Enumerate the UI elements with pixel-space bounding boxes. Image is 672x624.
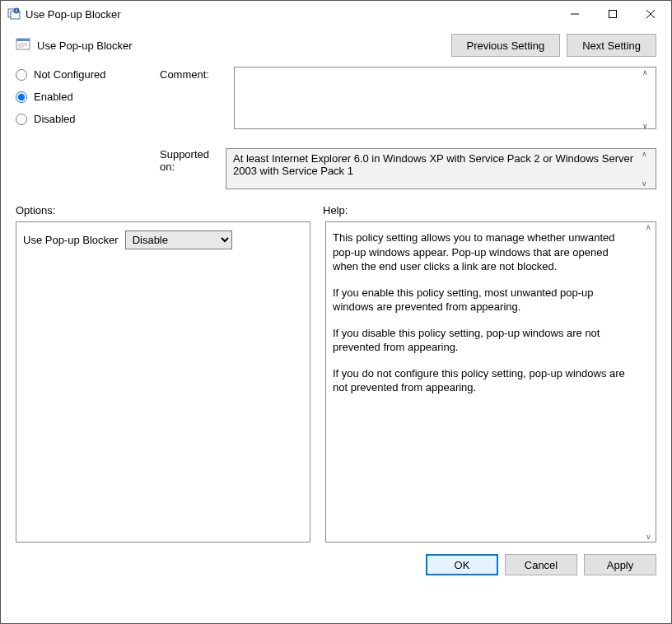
previous-setting-button[interactable]: Previous Setting (451, 34, 561, 57)
window-title: Use Pop-up Blocker (26, 8, 556, 21)
comment-textarea[interactable] (234, 67, 656, 129)
policy-icon (16, 38, 32, 53)
svg-rect-6 (609, 11, 617, 18)
apply-button[interactable]: Apply (584, 554, 656, 575)
policy-header: Use Pop-up Blocker Previous Setting Next… (16, 34, 656, 57)
supported-label: Supported on: (16, 148, 217, 189)
help-paragraph: This policy setting allows you to manage… (333, 231, 634, 274)
dialog-body: Use Pop-up Blocker Previous Setting Next… (1, 27, 671, 623)
ok-button[interactable]: OK (426, 554, 498, 575)
supported-on-text: At least Internet Explorer 6.0 in Window… (226, 148, 656, 189)
maximize-button[interactable] (594, 2, 632, 26)
pane-labels: Options: Help: (16, 204, 656, 217)
window-controls (556, 2, 670, 26)
radio-enabled[interactable]: Enabled (16, 91, 152, 103)
help-label: Help: (323, 204, 348, 217)
policy-title: Use Pop-up Blocker (37, 40, 445, 52)
radio-not-configured[interactable]: Not Configured (16, 68, 152, 81)
cancel-button[interactable]: Cancel (505, 554, 577, 575)
close-button[interactable] (632, 2, 670, 26)
radio-enabled-label: Enabled (34, 91, 73, 103)
option-label: Use Pop-up Blocker (23, 234, 119, 246)
scroll-down-icon: ∨ (646, 533, 651, 541)
comment-label: Comment: (160, 67, 226, 135)
radio-disabled-label: Disabled (34, 113, 76, 125)
svg-rect-3 (16, 9, 16, 10)
scroll-up-icon: ∧ (642, 150, 655, 158)
radio-disabled[interactable]: Disabled (16, 113, 152, 125)
radio-not-configured-label: Not Configured (34, 68, 105, 81)
svg-point-2 (14, 8, 20, 14)
option-popup-blocker: Use Pop-up Blocker Disable (23, 231, 303, 249)
next-setting-button[interactable]: Next Setting (567, 34, 656, 57)
radio-not-configured-input[interactable] (16, 69, 27, 81)
panes: Use Pop-up Blocker Disable This policy s… (16, 221, 656, 543)
minimize-button[interactable] (556, 2, 594, 26)
supported-row: Supported on: At least Internet Explorer… (16, 148, 656, 189)
config-row: Not Configured Enabled Disabled Comment:… (16, 67, 656, 135)
supported-on-value: At least Internet Explorer 6.0 in Window… (233, 152, 633, 177)
dialog-footer: OK Cancel Apply (16, 554, 656, 575)
help-paragraph: If you disable this policy setting, pop-… (333, 326, 634, 355)
help-paragraph: If you do not configure this policy sett… (333, 366, 634, 395)
popup-blocker-select[interactable]: Disable (125, 231, 232, 249)
options-label: Options: (16, 204, 323, 217)
help-pane: This policy setting allows you to manage… (325, 221, 656, 543)
options-pane: Use Pop-up Blocker Disable (16, 221, 310, 543)
policy-titlebar-icon (7, 7, 21, 21)
scroll-up-icon: ∧ (646, 223, 651, 231)
help-scrollbar[interactable]: ∧ ∨ (642, 223, 655, 541)
titlebar: Use Pop-up Blocker (1, 1, 671, 27)
svg-rect-4 (16, 11, 16, 12)
policy-dialog: Use Pop-up Blocker (0, 0, 672, 624)
scroll-down-icon: ∨ (642, 179, 655, 188)
help-text: This policy setting allows you to manage… (333, 231, 634, 395)
radio-disabled-input[interactable] (16, 114, 27, 125)
svg-rect-10 (16, 39, 30, 41)
radio-enabled-input[interactable] (16, 91, 27, 103)
state-radios: Not Configured Enabled Disabled (16, 67, 152, 135)
help-paragraph: If you enable this policy setting, most … (333, 286, 634, 314)
